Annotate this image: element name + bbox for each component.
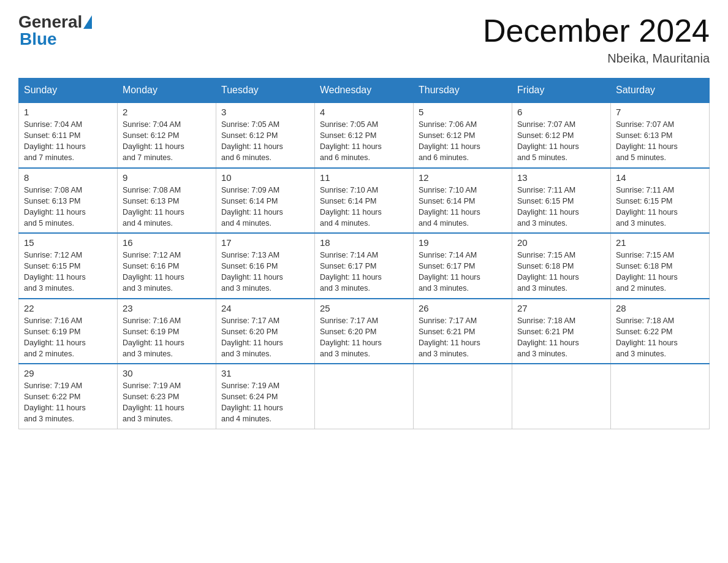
day-info: Sunrise: 7:08 AM Sunset: 6:13 PM Dayligh… [24, 185, 112, 229]
day-info: Sunrise: 7:10 AM Sunset: 6:14 PM Dayligh… [419, 185, 507, 229]
calendar-cell: 16Sunrise: 7:12 AM Sunset: 6:16 PM Dayli… [118, 233, 216, 299]
day-info: Sunrise: 7:16 AM Sunset: 6:19 PM Dayligh… [24, 315, 112, 360]
logo: General Blue [18, 12, 93, 49]
day-info: Sunrise: 7:08 AM Sunset: 6:13 PM Dayligh… [123, 185, 211, 229]
logo-blue-text: Blue [20, 29, 57, 48]
day-info: Sunrise: 7:10 AM Sunset: 6:14 PM Dayligh… [320, 185, 408, 229]
calendar-cell: 20Sunrise: 7:15 AM Sunset: 6:18 PM Dayli… [512, 233, 611, 299]
location-text: Nbeika, Mauritania [483, 52, 710, 66]
day-info: Sunrise: 7:04 AM Sunset: 6:12 PM Dayligh… [123, 119, 211, 164]
calendar-cell: 15Sunrise: 7:12 AM Sunset: 6:15 PM Dayli… [19, 233, 118, 299]
day-info: Sunrise: 7:13 AM Sunset: 6:16 PM Dayligh… [221, 250, 309, 294]
calendar-table: SundayMondayTuesdayWednesdayThursdayFrid… [18, 78, 710, 429]
page-header: General Blue December 2024 Nbeika, Mauri… [18, 12, 710, 66]
day-number: 8 [24, 172, 112, 183]
day-info: Sunrise: 7:12 AM Sunset: 6:15 PM Dayligh… [24, 250, 112, 294]
day-number: 24 [221, 303, 309, 313]
day-info: Sunrise: 7:12 AM Sunset: 6:16 PM Dayligh… [123, 250, 211, 294]
day-info: Sunrise: 7:05 AM Sunset: 6:12 PM Dayligh… [221, 119, 309, 164]
day-number: 27 [517, 303, 605, 313]
calendar-cell: 4Sunrise: 7:05 AM Sunset: 6:12 PM Daylig… [315, 102, 414, 168]
day-info: Sunrise: 7:18 AM Sunset: 6:22 PM Dayligh… [616, 315, 704, 360]
day-info: Sunrise: 7:11 AM Sunset: 6:15 PM Dayligh… [517, 185, 605, 229]
day-number: 30 [123, 368, 211, 378]
day-number: 19 [419, 237, 507, 248]
calendar-cell: 29Sunrise: 7:19 AM Sunset: 6:22 PM Dayli… [19, 364, 118, 429]
calendar-cell [315, 364, 414, 429]
day-info: Sunrise: 7:18 AM Sunset: 6:21 PM Dayligh… [517, 315, 605, 360]
calendar-cell: 30Sunrise: 7:19 AM Sunset: 6:23 PM Dayli… [118, 364, 216, 429]
calendar-week-row: 15Sunrise: 7:12 AM Sunset: 6:15 PM Dayli… [19, 233, 710, 299]
calendar-week-row: 8Sunrise: 7:08 AM Sunset: 6:13 PM Daylig… [19, 168, 710, 234]
calendar-cell: 3Sunrise: 7:05 AM Sunset: 6:12 PM Daylig… [216, 102, 315, 168]
calendar-cell: 26Sunrise: 7:17 AM Sunset: 6:21 PM Dayli… [414, 299, 512, 364]
day-number: 1 [24, 107, 112, 117]
day-number: 5 [419, 107, 507, 117]
day-info: Sunrise: 7:15 AM Sunset: 6:18 PM Dayligh… [616, 250, 704, 294]
calendar-cell: 9Sunrise: 7:08 AM Sunset: 6:13 PM Daylig… [118, 168, 216, 234]
day-number: 17 [221, 237, 309, 248]
day-number: 4 [320, 107, 408, 117]
day-info: Sunrise: 7:16 AM Sunset: 6:19 PM Dayligh… [123, 315, 211, 360]
calendar-cell: 28Sunrise: 7:18 AM Sunset: 6:22 PM Dayli… [611, 299, 710, 364]
day-info: Sunrise: 7:17 AM Sunset: 6:20 PM Dayligh… [221, 315, 309, 360]
calendar-cell [512, 364, 611, 429]
day-number: 9 [123, 172, 211, 183]
calendar-day-header: Wednesday [315, 79, 414, 103]
calendar-cell [611, 364, 710, 429]
calendar-day-header: Tuesday [216, 79, 315, 103]
day-number: 23 [123, 303, 211, 313]
day-info: Sunrise: 7:19 AM Sunset: 6:23 PM Dayligh… [123, 380, 211, 425]
calendar-day-header: Sunday [19, 79, 118, 103]
day-number: 31 [221, 368, 309, 378]
calendar-week-row: 22Sunrise: 7:16 AM Sunset: 6:19 PM Dayli… [19, 299, 710, 364]
day-info: Sunrise: 7:15 AM Sunset: 6:18 PM Dayligh… [517, 250, 605, 294]
day-number: 29 [24, 368, 112, 378]
day-number: 6 [517, 107, 605, 117]
day-info: Sunrise: 7:14 AM Sunset: 6:17 PM Dayligh… [419, 250, 507, 294]
logo-triangle-icon [83, 15, 92, 29]
day-number: 12 [419, 172, 507, 183]
day-number: 11 [320, 172, 408, 183]
calendar-week-row: 29Sunrise: 7:19 AM Sunset: 6:22 PM Dayli… [19, 364, 710, 429]
day-number: 7 [616, 107, 704, 117]
day-number: 10 [221, 172, 309, 183]
day-number: 25 [320, 303, 408, 313]
calendar-cell: 21Sunrise: 7:15 AM Sunset: 6:18 PM Dayli… [611, 233, 710, 299]
day-number: 20 [517, 237, 605, 248]
day-info: Sunrise: 7:19 AM Sunset: 6:24 PM Dayligh… [221, 380, 309, 425]
calendar-cell: 6Sunrise: 7:07 AM Sunset: 6:12 PM Daylig… [512, 102, 611, 168]
day-number: 22 [24, 303, 112, 313]
calendar-cell: 14Sunrise: 7:11 AM Sunset: 6:15 PM Dayli… [611, 168, 710, 234]
month-title: December 2024 [483, 12, 710, 49]
calendar-day-header: Saturday [611, 79, 710, 103]
calendar-cell: 27Sunrise: 7:18 AM Sunset: 6:21 PM Dayli… [512, 299, 611, 364]
calendar-cell: 2Sunrise: 7:04 AM Sunset: 6:12 PM Daylig… [118, 102, 216, 168]
day-info: Sunrise: 7:19 AM Sunset: 6:22 PM Dayligh… [24, 380, 112, 425]
calendar-cell: 10Sunrise: 7:09 AM Sunset: 6:14 PM Dayli… [216, 168, 315, 234]
calendar-cell: 22Sunrise: 7:16 AM Sunset: 6:19 PM Dayli… [19, 299, 118, 364]
calendar-day-header: Friday [512, 79, 611, 103]
calendar-cell: 12Sunrise: 7:10 AM Sunset: 6:14 PM Dayli… [414, 168, 512, 234]
day-number: 18 [320, 237, 408, 248]
calendar-cell: 17Sunrise: 7:13 AM Sunset: 6:16 PM Dayli… [216, 233, 315, 299]
day-number: 16 [123, 237, 211, 248]
calendar-cell [414, 364, 512, 429]
day-info: Sunrise: 7:14 AM Sunset: 6:17 PM Dayligh… [320, 250, 408, 294]
day-number: 13 [517, 172, 605, 183]
day-info: Sunrise: 7:17 AM Sunset: 6:20 PM Dayligh… [320, 315, 408, 360]
calendar-cell: 18Sunrise: 7:14 AM Sunset: 6:17 PM Dayli… [315, 233, 414, 299]
calendar-cell: 7Sunrise: 7:07 AM Sunset: 6:13 PM Daylig… [611, 102, 710, 168]
calendar-cell: 5Sunrise: 7:06 AM Sunset: 6:12 PM Daylig… [414, 102, 512, 168]
calendar-week-row: 1Sunrise: 7:04 AM Sunset: 6:11 PM Daylig… [19, 102, 710, 168]
day-number: 15 [24, 237, 112, 248]
day-info: Sunrise: 7:05 AM Sunset: 6:12 PM Dayligh… [320, 119, 408, 164]
calendar-cell: 11Sunrise: 7:10 AM Sunset: 6:14 PM Dayli… [315, 168, 414, 234]
day-number: 14 [616, 172, 704, 183]
calendar-cell: 13Sunrise: 7:11 AM Sunset: 6:15 PM Dayli… [512, 168, 611, 234]
calendar-cell: 1Sunrise: 7:04 AM Sunset: 6:11 PM Daylig… [19, 102, 118, 168]
day-info: Sunrise: 7:09 AM Sunset: 6:14 PM Dayligh… [221, 185, 309, 229]
day-number: 2 [123, 107, 211, 117]
day-info: Sunrise: 7:06 AM Sunset: 6:12 PM Dayligh… [419, 119, 507, 164]
day-number: 3 [221, 107, 309, 117]
